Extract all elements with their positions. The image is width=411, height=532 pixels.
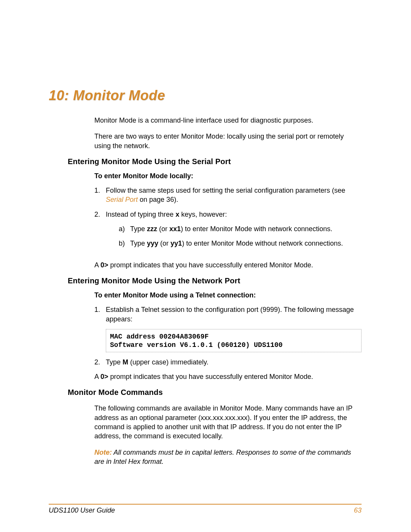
telnet-output-box: MAC address 00204A83069F Software versio… — [106, 329, 362, 352]
a-zzz: zzz — [147, 225, 157, 233]
n2-post: (upper case) immediately. — [128, 358, 209, 366]
network-body: To enter Monitor Mode using a Telnet con… — [94, 291, 362, 381]
alpha-item-b: b) Type yyy (or yy1) to enter Monitor Mo… — [119, 239, 362, 248]
step2-post: keys, however: — [179, 211, 227, 218]
prompt-pre: A — [94, 261, 100, 269]
alpha-text: Type zzz (or xx1) to enter Monitor Mode … — [130, 224, 362, 233]
intro-paragraph-1: Monitor Mode is a command-line interface… — [94, 116, 362, 125]
serial-step-2: 2. Instead of typing three x keys, howev… — [94, 210, 362, 254]
page-footer: UDS1100 User Guide 63 — [49, 506, 362, 514]
note-label: Note: — [94, 449, 112, 456]
network-subheading: To enter Monitor Mode using a Telnet con… — [94, 291, 362, 300]
serial-body: To enter Monitor Mode locally: 1. Follow… — [94, 171, 362, 270]
section-heading-serial: Entering Monitor Mode Using the Serial P… — [68, 157, 362, 166]
a-post: ) to enter Monitor Mode with network con… — [181, 225, 332, 233]
network-step-1: 1. Establish a Telnet session to the con… — [94, 305, 362, 324]
n2-pre: Type — [106, 358, 123, 366]
note-text: All commands must be in capital letters.… — [94, 449, 351, 465]
section-heading-commands: Monitor Mode Commands — [68, 388, 362, 397]
page-content: 10: Monitor Mode Monitor Mode is a comma… — [0, 0, 411, 466]
commands-note: Note: All commands must be in capital le… — [94, 448, 362, 466]
a-mid: (or — [157, 225, 169, 233]
step-number: 2. — [94, 210, 106, 254]
step-text: Follow the same steps used for setting t… — [106, 186, 362, 204]
footer-page-number: 63 — [354, 506, 362, 514]
step-text: Establish a Telnet session to the config… — [106, 305, 362, 324]
section-heading-network: Entering Monitor Mode Using the Network … — [68, 276, 362, 285]
footer-rule — [49, 504, 362, 505]
commands-paragraph: The following commands are available in … — [94, 404, 362, 441]
b-yyy: yyy — [147, 240, 158, 247]
alpha-item-a: a) Type zzz (or xx1) to enter Monitor Mo… — [119, 224, 362, 233]
network-step-2: 2. Type M (upper case) immediately. — [94, 358, 362, 367]
b-yy1: yy1 — [170, 240, 182, 247]
a-pre: Type — [130, 225, 147, 233]
alpha-text: Type yyy (or yy1) to enter Monitor Mode … — [130, 239, 362, 248]
b-pre: Type — [130, 240, 147, 247]
step-number: 2. — [94, 358, 106, 367]
nprompt-zero: 0> — [100, 373, 108, 380]
b-post: ) to enter Monitor Mode without network … — [182, 240, 343, 247]
step-number: 1. — [94, 305, 106, 324]
serial-prompt-note: A 0> prompt indicates that you have succ… — [94, 260, 362, 270]
step-number: 1. — [94, 186, 106, 204]
alpha-marker: a) — [119, 224, 130, 233]
serial-subheading: To enter Monitor Mode locally: — [94, 171, 362, 181]
prompt-post: prompt indicates that you have successfu… — [108, 261, 313, 269]
footer-guide-title: UDS1100 User Guide — [49, 506, 115, 514]
step-text: Instead of typing three x keys, however:… — [106, 210, 362, 254]
serial-port-link[interactable]: Serial Port — [106, 196, 138, 203]
alpha-list: a) Type zzz (or xx1) to enter Monitor Mo… — [119, 224, 362, 248]
nprompt-pre: A — [94, 373, 100, 380]
alpha-marker: b) — [119, 239, 130, 248]
intro-paragraph-2: There are two ways to enter Monitor Mode… — [94, 132, 362, 150]
prompt-zero: 0> — [100, 261, 108, 269]
step1-post: on page 36). — [138, 196, 178, 203]
step-text: Type M (upper case) immediately. — [106, 358, 362, 367]
b-mid: (or — [158, 240, 170, 247]
a-xx1: xx1 — [169, 225, 181, 233]
chapter-title: 10: Monitor Mode — [49, 88, 362, 104]
intro-block: Monitor Mode is a command-line interface… — [94, 116, 362, 150]
commands-body: The following commands are available in … — [94, 404, 362, 466]
network-prompt-note: A 0> prompt indicates that you have succ… — [94, 372, 362, 381]
nprompt-post: prompt indicates that you have successfu… — [108, 373, 313, 380]
serial-step-1: 1. Follow the same steps used for settin… — [94, 186, 362, 204]
step2-key-x: x — [175, 211, 179, 218]
step2-pre: Instead of typing three — [106, 211, 175, 218]
step1-pre: Follow the same steps used for setting t… — [106, 187, 345, 194]
n2-m: M — [123, 358, 128, 366]
